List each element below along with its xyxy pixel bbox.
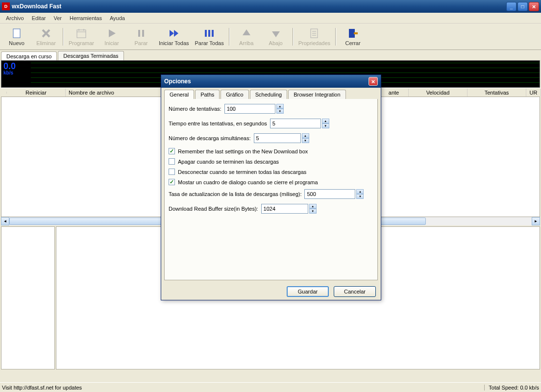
save-button[interactable]: Guardar: [287, 286, 329, 297]
status-speed: Total Speed: 0.0 kb/s: [484, 385, 539, 391]
col-ante[interactable]: ante: [379, 89, 409, 97]
maximize-button[interactable]: □: [517, 2, 528, 11]
down-icon: [270, 27, 282, 39]
up-icon: [241, 27, 252, 39]
menu-editar[interactable]: Editar: [28, 14, 50, 22]
toolbtn-play-all[interactable]: Iniciar Todas: [156, 26, 192, 47]
toolbtn-play: Iniciar: [97, 26, 126, 47]
menu-ver[interactable]: Ver: [49, 14, 66, 22]
main-tab-0[interactable]: Descarga en curso: [1, 51, 57, 61]
delete-icon: [40, 27, 52, 39]
toolbtn-down: Abajo: [261, 26, 291, 47]
toolbtn-close[interactable]: Cerrar: [338, 26, 368, 47]
app-icon: D: [2, 2, 10, 10]
scroll-right-button[interactable]: ►: [532, 217, 540, 225]
svg-rect-0: [13, 29, 20, 38]
dialog-tab-browser-integration[interactable]: Browser Integration: [288, 90, 345, 99]
options-dialog: Opciones × GeneralPathsGráficoScheduling…: [161, 74, 381, 300]
simultaneas-spinner[interactable]: ▲▼: [302, 133, 309, 143]
close-icon: [347, 27, 359, 39]
dialog-tabs: GeneralPathsGráficoSchedulingBrowser Int…: [161, 88, 381, 99]
file-new-icon: [11, 27, 23, 39]
buffer-label: Download Read Buffer size(in Bytes):: [169, 206, 258, 212]
col-velocidad[interactable]: Velocidad: [409, 89, 467, 97]
toolbar: NuevoEliminarProgramarIniciarPararInicia…: [0, 24, 541, 50]
mostrar-label: Mostar un cuadro de dialogo cuando se ci…: [178, 179, 318, 185]
mostrar-checkbox[interactable]: ✓: [169, 179, 175, 185]
minimize-button[interactable]: _: [506, 2, 516, 11]
tiempo-input[interactable]: [270, 119, 321, 128]
remember-checkbox[interactable]: ✓: [169, 148, 175, 154]
tiempo-label: Tiempo entre las tentativas, en segundos: [169, 121, 267, 126]
window-titlebar: D wxDownload Fast _ □ ×: [0, 0, 541, 13]
toolbtn-pause-all[interactable]: Parar Todas: [192, 26, 227, 47]
toolbtn-file-new[interactable]: Nuevo: [2, 26, 31, 47]
simultaneas-input[interactable]: [254, 133, 301, 143]
scroll-left-button[interactable]: ◄: [1, 217, 9, 225]
dialog-tab-gráfico[interactable]: Gráfico: [221, 90, 248, 99]
dialog-tab-general[interactable]: General: [164, 90, 194, 99]
toolbtn-pause: Parar: [126, 26, 156, 47]
buffer-input[interactable]: [261, 204, 308, 214]
cancel-button[interactable]: Cancelar: [334, 286, 376, 297]
simultaneas-label: Número de descarga simultáneas:: [169, 135, 251, 141]
dialog-titlebar[interactable]: Opciones ×: [161, 75, 381, 88]
tasa-label: Tasa de actualizacion de la lista de des…: [169, 191, 301, 197]
dialog-title: Opciones: [164, 78, 369, 85]
menubar: ArchivoEditarVerHerramientasAyuda: [0, 13, 541, 24]
menu-ayuda[interactable]: Ayuda: [106, 14, 129, 22]
svg-rect-9: [212, 30, 214, 37]
col-url[interactable]: UR: [526, 89, 541, 97]
statusbar: Visit http://dfast.sf.net for updates To…: [0, 382, 541, 392]
svg-rect-5: [138, 30, 140, 37]
main-tab-1[interactable]: Descargas Terminadas: [58, 51, 123, 60]
toolbtn-schedule: Programar: [66, 26, 97, 47]
svg-rect-8: [208, 30, 210, 37]
col-tentativas[interactable]: Tentativas: [467, 89, 526, 97]
piece-view: [1, 226, 55, 369]
dialog-close-button[interactable]: ×: [369, 77, 378, 86]
menu-archivo[interactable]: Archivo: [2, 14, 28, 22]
tiempo-spinner[interactable]: ▲▼: [322, 119, 329, 128]
svg-rect-6: [142, 30, 144, 37]
main-tabs: Descarga en cursoDescargas Terminadas: [0, 50, 541, 60]
dialog-tab-paths[interactable]: Paths: [195, 90, 220, 99]
tentativas-input[interactable]: [224, 104, 275, 114]
toolbtn-delete: Eliminar: [31, 26, 61, 47]
remember-label: Remember the last settings on the New Do…: [178, 148, 308, 154]
toolbtn-props: Propriedades: [295, 26, 333, 47]
schedule-icon: [75, 27, 87, 39]
speed-value: 0.0 kb/s: [3, 62, 16, 75]
col-reiniciar[interactable]: Reiniciar: [7, 89, 66, 97]
desconectar-label: Desconectar cuando se terminen todas las…: [178, 169, 306, 175]
play-icon: [106, 27, 118, 39]
toolbtn-up: Arriba: [232, 26, 261, 47]
col-blank[interactable]: [0, 92, 7, 94]
apagar-label: Apagar cuando se terminen las descargas: [178, 159, 279, 165]
props-icon: [308, 27, 320, 39]
buffer-spinner[interactable]: ▲▼: [309, 204, 317, 214]
play-all-icon: [168, 27, 180, 39]
tasa-spinner[interactable]: ▲▼: [356, 189, 364, 199]
tentativas-label: Número de tentativas:: [169, 106, 221, 112]
tentativas-spinner[interactable]: ▲▼: [276, 104, 284, 114]
dialog-tab-scheduling[interactable]: Scheduling: [250, 90, 287, 99]
dialog-body: Número de tentativas: ▲▼ Tiempo entre la…: [164, 99, 378, 280]
pause-icon: [135, 27, 147, 39]
status-text: Visit http://dfast.sf.net for updates: [2, 385, 484, 391]
svg-rect-1: [77, 30, 86, 38]
window-title: wxDownload Fast: [12, 3, 506, 10]
tasa-input[interactable]: [304, 189, 355, 199]
close-button[interactable]: ×: [529, 2, 539, 11]
apagar-checkbox[interactable]: [169, 158, 175, 165]
pause-all-icon: [203, 27, 215, 39]
desconectar-checkbox[interactable]: [169, 169, 175, 175]
menu-herramientas[interactable]: Herramientas: [66, 14, 106, 22]
svg-rect-7: [205, 30, 207, 37]
